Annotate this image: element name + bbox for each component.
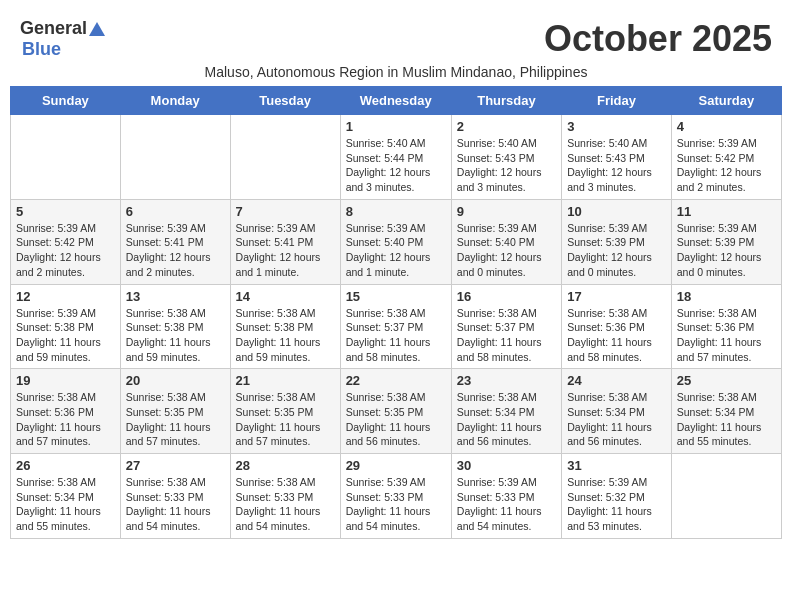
header-wednesday: Wednesday (340, 87, 451, 115)
table-row: 1Sunrise: 5:40 AM Sunset: 5:44 PM Daylig… (340, 115, 451, 200)
table-row: 7Sunrise: 5:39 AM Sunset: 5:41 PM Daylig… (230, 199, 340, 284)
day-info: Sunrise: 5:38 AM Sunset: 5:33 PM Dayligh… (236, 475, 335, 534)
day-info: Sunrise: 5:39 AM Sunset: 5:40 PM Dayligh… (346, 221, 446, 280)
table-row: 18Sunrise: 5:38 AM Sunset: 5:36 PM Dayli… (671, 284, 781, 369)
day-number: 9 (457, 204, 556, 219)
day-number: 18 (677, 289, 776, 304)
day-number: 25 (677, 373, 776, 388)
table-row: 15Sunrise: 5:38 AM Sunset: 5:37 PM Dayli… (340, 284, 451, 369)
day-info: Sunrise: 5:38 AM Sunset: 5:34 PM Dayligh… (16, 475, 115, 534)
day-number: 26 (16, 458, 115, 473)
day-info: Sunrise: 5:38 AM Sunset: 5:34 PM Dayligh… (567, 390, 666, 449)
day-info: Sunrise: 5:39 AM Sunset: 5:38 PM Dayligh… (16, 306, 115, 365)
header-tuesday: Tuesday (230, 87, 340, 115)
day-info: Sunrise: 5:38 AM Sunset: 5:37 PM Dayligh… (457, 306, 556, 365)
table-row: 13Sunrise: 5:38 AM Sunset: 5:38 PM Dayli… (120, 284, 230, 369)
table-row: 9Sunrise: 5:39 AM Sunset: 5:40 PM Daylig… (451, 199, 561, 284)
day-number: 14 (236, 289, 335, 304)
table-row (11, 115, 121, 200)
day-number: 6 (126, 204, 225, 219)
day-info: Sunrise: 5:38 AM Sunset: 5:35 PM Dayligh… (236, 390, 335, 449)
day-info: Sunrise: 5:38 AM Sunset: 5:38 PM Dayligh… (126, 306, 225, 365)
calendar-week-row: 12Sunrise: 5:39 AM Sunset: 5:38 PM Dayli… (11, 284, 782, 369)
table-row: 22Sunrise: 5:38 AM Sunset: 5:35 PM Dayli… (340, 369, 451, 454)
table-row: 5Sunrise: 5:39 AM Sunset: 5:42 PM Daylig… (11, 199, 121, 284)
day-info: Sunrise: 5:40 AM Sunset: 5:44 PM Dayligh… (346, 136, 446, 195)
day-number: 30 (457, 458, 556, 473)
day-number: 1 (346, 119, 446, 134)
table-row: 4Sunrise: 5:39 AM Sunset: 5:42 PM Daylig… (671, 115, 781, 200)
table-row: 16Sunrise: 5:38 AM Sunset: 5:37 PM Dayli… (451, 284, 561, 369)
header: General Blue October 2025 (10, 10, 782, 64)
day-number: 3 (567, 119, 666, 134)
day-info: Sunrise: 5:38 AM Sunset: 5:36 PM Dayligh… (677, 306, 776, 365)
table-row: 24Sunrise: 5:38 AM Sunset: 5:34 PM Dayli… (562, 369, 672, 454)
day-info: Sunrise: 5:39 AM Sunset: 5:42 PM Dayligh… (16, 221, 115, 280)
table-row: 17Sunrise: 5:38 AM Sunset: 5:36 PM Dayli… (562, 284, 672, 369)
day-info: Sunrise: 5:38 AM Sunset: 5:37 PM Dayligh… (346, 306, 446, 365)
logo-general: General (20, 18, 87, 39)
table-row: 25Sunrise: 5:38 AM Sunset: 5:34 PM Dayli… (671, 369, 781, 454)
day-number: 29 (346, 458, 446, 473)
table-row: 11Sunrise: 5:39 AM Sunset: 5:39 PM Dayli… (671, 199, 781, 284)
day-number: 13 (126, 289, 225, 304)
logo: General Blue (20, 18, 107, 60)
table-row: 6Sunrise: 5:39 AM Sunset: 5:41 PM Daylig… (120, 199, 230, 284)
day-info: Sunrise: 5:39 AM Sunset: 5:41 PM Dayligh… (126, 221, 225, 280)
table-row (120, 115, 230, 200)
day-info: Sunrise: 5:38 AM Sunset: 5:33 PM Dayligh… (126, 475, 225, 534)
table-row: 26Sunrise: 5:38 AM Sunset: 5:34 PM Dayli… (11, 454, 121, 539)
calendar-week-row: 5Sunrise: 5:39 AM Sunset: 5:42 PM Daylig… (11, 199, 782, 284)
table-row: 3Sunrise: 5:40 AM Sunset: 5:43 PM Daylig… (562, 115, 672, 200)
header-sunday: Sunday (11, 87, 121, 115)
day-info: Sunrise: 5:38 AM Sunset: 5:38 PM Dayligh… (236, 306, 335, 365)
day-number: 17 (567, 289, 666, 304)
day-number: 7 (236, 204, 335, 219)
day-number: 2 (457, 119, 556, 134)
table-row: 29Sunrise: 5:39 AM Sunset: 5:33 PM Dayli… (340, 454, 451, 539)
table-row: 28Sunrise: 5:38 AM Sunset: 5:33 PM Dayli… (230, 454, 340, 539)
header-monday: Monday (120, 87, 230, 115)
day-number: 19 (16, 373, 115, 388)
calendar-week-row: 1Sunrise: 5:40 AM Sunset: 5:44 PM Daylig… (11, 115, 782, 200)
day-info: Sunrise: 5:39 AM Sunset: 5:33 PM Dayligh… (457, 475, 556, 534)
day-number: 12 (16, 289, 115, 304)
table-row: 21Sunrise: 5:38 AM Sunset: 5:35 PM Dayli… (230, 369, 340, 454)
day-number: 5 (16, 204, 115, 219)
day-info: Sunrise: 5:39 AM Sunset: 5:39 PM Dayligh… (677, 221, 776, 280)
logo-icon (88, 20, 106, 38)
day-info: Sunrise: 5:40 AM Sunset: 5:43 PM Dayligh… (457, 136, 556, 195)
day-number: 11 (677, 204, 776, 219)
table-row: 31Sunrise: 5:39 AM Sunset: 5:32 PM Dayli… (562, 454, 672, 539)
table-row: 19Sunrise: 5:38 AM Sunset: 5:36 PM Dayli… (11, 369, 121, 454)
day-number: 21 (236, 373, 335, 388)
table-row (230, 115, 340, 200)
day-info: Sunrise: 5:40 AM Sunset: 5:43 PM Dayligh… (567, 136, 666, 195)
table-row: 20Sunrise: 5:38 AM Sunset: 5:35 PM Dayli… (120, 369, 230, 454)
calendar-week-row: 19Sunrise: 5:38 AM Sunset: 5:36 PM Dayli… (11, 369, 782, 454)
day-number: 8 (346, 204, 446, 219)
logo-blue: Blue (22, 39, 61, 59)
calendar-header-row: Sunday Monday Tuesday Wednesday Thursday… (11, 87, 782, 115)
subtitle: Maluso, Autonomous Region in Muslim Mind… (10, 64, 782, 80)
day-info: Sunrise: 5:38 AM Sunset: 5:34 PM Dayligh… (677, 390, 776, 449)
calendar: Sunday Monday Tuesday Wednesday Thursday… (10, 86, 782, 539)
day-info: Sunrise: 5:38 AM Sunset: 5:35 PM Dayligh… (346, 390, 446, 449)
title-block: October 2025 (544, 18, 772, 60)
day-info: Sunrise: 5:39 AM Sunset: 5:42 PM Dayligh… (677, 136, 776, 195)
day-number: 31 (567, 458, 666, 473)
day-number: 4 (677, 119, 776, 134)
day-number: 24 (567, 373, 666, 388)
table-row: 30Sunrise: 5:39 AM Sunset: 5:33 PM Dayli… (451, 454, 561, 539)
day-number: 28 (236, 458, 335, 473)
day-info: Sunrise: 5:38 AM Sunset: 5:35 PM Dayligh… (126, 390, 225, 449)
day-info: Sunrise: 5:39 AM Sunset: 5:32 PM Dayligh… (567, 475, 666, 534)
table-row: 14Sunrise: 5:38 AM Sunset: 5:38 PM Dayli… (230, 284, 340, 369)
table-row: 23Sunrise: 5:38 AM Sunset: 5:34 PM Dayli… (451, 369, 561, 454)
day-info: Sunrise: 5:39 AM Sunset: 5:41 PM Dayligh… (236, 221, 335, 280)
day-number: 16 (457, 289, 556, 304)
day-info: Sunrise: 5:39 AM Sunset: 5:39 PM Dayligh… (567, 221, 666, 280)
calendar-week-row: 26Sunrise: 5:38 AM Sunset: 5:34 PM Dayli… (11, 454, 782, 539)
table-row: 2Sunrise: 5:40 AM Sunset: 5:43 PM Daylig… (451, 115, 561, 200)
day-number: 22 (346, 373, 446, 388)
